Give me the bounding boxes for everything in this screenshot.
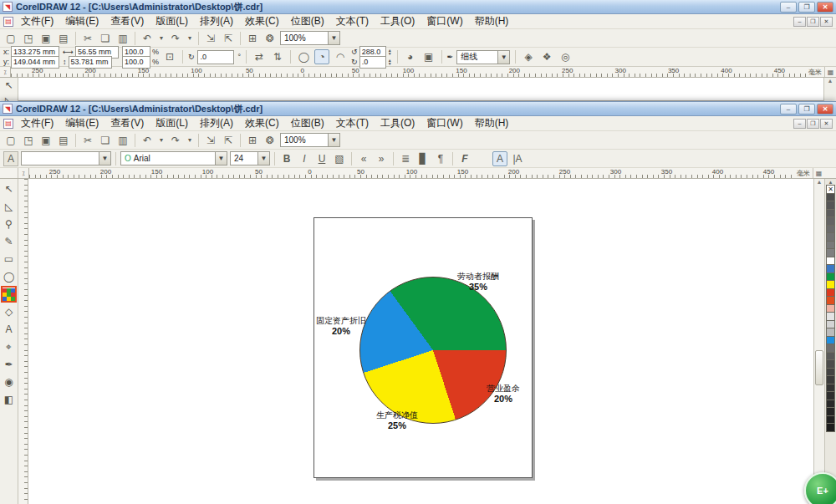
bullet-list-icon[interactable]: ≣ [398,151,413,166]
import-icon[interactable]: ⇲ [203,31,218,46]
scrollbar-stub-1[interactable]: ▲ [823,78,836,101]
menu-1[interactable]: 编辑(E) [59,115,104,131]
menu-3[interactable]: 版面(L) [150,13,194,29]
font-list-combo[interactable]: O Arial▼ [120,151,227,165]
vertical-text-icon[interactable]: |A [510,151,525,166]
eyedropper-tool[interactable]: ⌖ [1,339,17,355]
menu-6[interactable]: 位图(B) [285,115,330,131]
zoom-level-combo[interactable]: 100%▼ [280,31,340,45]
outline-tool[interactable]: ✒ [1,356,17,373]
menu-10[interactable]: 帮助(H) [469,13,515,29]
italic-button[interactable]: I [297,151,312,166]
menu-4[interactable]: 排列(A) [194,13,239,29]
horizontal-text-icon[interactable]: A [492,151,507,166]
doc-restore-button[interactable]: ❐ [807,119,819,129]
menu-5[interactable]: 效果(C) [239,115,285,131]
doc-close-button[interactable]: ✕ [820,17,833,27]
paste-icon[interactable]: ▥ [115,31,130,46]
scroll-up-icon[interactable]: ▲ [817,179,823,185]
undo-icon[interactable]: ↶ [140,31,155,46]
perfect-shapes-tool[interactable]: ◇ [1,303,17,320]
lock-ratio-icon[interactable]: ⊡ [162,49,177,64]
menu-3[interactable]: 版面(L) [150,115,194,131]
scrollbar-thumb[interactable] [815,350,823,385]
fill-tool[interactable]: ◉ [1,374,17,390]
text-tool[interactable]: A [1,321,17,338]
open-icon[interactable]: ◳ [21,133,36,148]
open-icon[interactable]: ◳ [21,31,36,46]
font-size-combo[interactable]: 24▼ [230,151,270,165]
bold-button[interactable]: B [279,151,294,166]
menu-9[interactable]: 窗口(W) [421,115,468,131]
page-navigator-icon[interactable]: ▦ [813,168,824,178]
menu-1[interactable]: 编辑(E) [59,13,104,29]
snap-options-icon[interactable]: ▣ [421,49,436,64]
underline-button[interactable]: U [314,151,329,166]
drop-cap-icon[interactable]: ▊ [415,151,431,166]
combo-arrow-icon[interactable]: ▼ [99,152,110,165]
export-icon[interactable]: ⇱ [221,31,236,46]
import-icon[interactable]: ⇲ [203,133,218,148]
corel-online-icon[interactable]: ❂ [263,31,278,46]
show-paragraph-icon[interactable]: ¶ [433,151,448,166]
combo-arrow-icon[interactable]: ▼ [497,51,509,64]
menu-0[interactable]: 文件(F) [15,13,59,29]
copy-icon[interactable]: ❏ [98,133,113,148]
arc-mode-icon[interactable]: ◠ [333,49,348,64]
pie-mode-icon[interactable]: ◔ [314,49,329,64]
menu-7[interactable]: 文本(T) [330,13,375,29]
freehand-tool[interactable]: ✎ [1,233,17,250]
drawing-area-1[interactable] [18,78,823,101]
zoom-tool[interactable]: ⚲ [1,216,17,232]
pie-label-0[interactable]: 劳动者报酬35% [457,271,499,293]
copy-icon[interactable]: ❏ [98,31,113,46]
ellipse-tool[interactable]: ◯ [1,268,17,285]
convert-curves-icon[interactable]: ❖ [539,49,554,64]
pie-chart-object[interactable] [359,277,507,424]
zoom-level-combo[interactable]: 100%▼ [280,133,340,147]
paste-icon[interactable]: ▥ [115,133,130,148]
restore-button[interactable]: ❐ [798,2,815,13]
print-icon[interactable]: ▤ [56,133,71,148]
pie-label-3[interactable]: 固定资产折旧20% [316,315,366,337]
format-text-icon[interactable]: F [457,151,472,166]
rotation-angle-field[interactable]: .0 [197,50,234,64]
vertical-scrollbar[interactable]: ▲ [813,179,824,504]
pie-label-2[interactable]: 生产税净值25% [376,410,418,431]
color-swatch-29[interactable] [826,423,835,432]
menu-4[interactable]: 排列(A) [194,115,239,131]
save-icon[interactable]: ▣ [38,31,54,46]
undo-dropdown-icon[interactable]: ▾ [157,31,166,46]
desktop-overlay-icon[interactable]: E+ [804,472,836,504]
text-direction-icon[interactable]: ▧ [332,151,347,166]
menu-8[interactable]: 工具(O) [375,13,421,29]
menu-2[interactable]: 查看(V) [104,13,150,29]
minimize-button[interactable]: – [780,104,797,115]
edit-text-icon[interactable] [475,151,490,166]
close-button[interactable]: ✕ [817,2,833,13]
menu-2[interactable]: 查看(V) [104,115,150,131]
mirror-vertical-icon[interactable]: ⇅ [270,49,285,64]
menu-7[interactable]: 文本(T) [330,115,375,131]
menu-10[interactable]: 帮助(H) [469,115,515,131]
combo-arrow-icon[interactable]: ▼ [257,152,269,165]
doc-close-button[interactable]: ✕ [820,119,833,129]
combo-arrow-icon[interactable]: ▼ [328,134,339,146]
save-icon[interactable]: ▣ [38,133,54,148]
titlebar-2[interactable]: ◥ CorelDRAW 12 - [C:\Users\Administrator… [0,102,836,116]
menu-8[interactable]: 工具(O) [375,115,421,131]
combo-arrow-icon[interactable]: ▼ [215,152,227,165]
ellipse-mode-icon[interactable]: ◯ [296,49,311,64]
minimize-button[interactable]: – [780,2,797,13]
menu-5[interactable]: 效果(C) [239,13,285,29]
pick-tool[interactable]: ↖ [1,181,17,197]
shape-tool[interactable]: ◺ [1,198,17,215]
outline-width-combo[interactable]: 细线▼ [456,50,510,64]
drawing-canvas[interactable]: 劳动者报酬35%营业盈余20%生产税净值25%固定资产折旧20% [28,179,813,504]
page-navigator-icon[interactable]: ▦ [824,67,836,77]
export-icon[interactable]: ⇱ [221,133,236,148]
wrap-text-icon[interactable]: ◈ [521,49,536,64]
increase-indent-icon[interactable]: » [374,151,389,166]
interactive-fill-tool[interactable]: ◧ [1,391,17,408]
rectangle-tool[interactable]: ▭ [1,251,17,267]
